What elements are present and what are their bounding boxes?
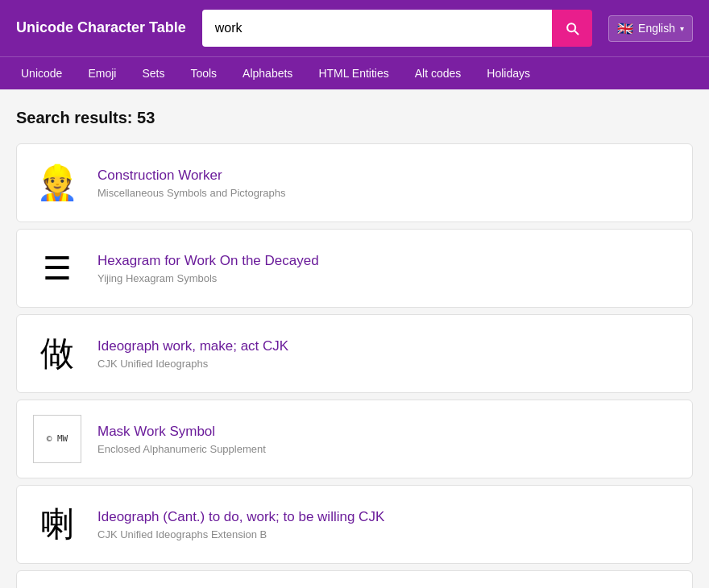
- char-name[interactable]: Mask Work Symbol: [97, 424, 676, 440]
- search-button[interactable]: [552, 10, 592, 47]
- page-header: Unicode Character Table 🇬🇧 English ▾: [0, 0, 709, 56]
- main-content: Search results: 53 👷Construction WorkerM…: [0, 89, 709, 588]
- char-info: Mask Work SymbolEnclosed Alphanumeric Su…: [97, 424, 676, 455]
- char-name[interactable]: Ideograph (Cant.) to do, work; to be wil…: [97, 509, 676, 525]
- language-selector[interactable]: 🇬🇧 English ▾: [608, 15, 693, 42]
- result-card: 👷Construction WorkerMiscellaneous Symbol…: [16, 143, 693, 222]
- char-info: Construction WorkerMiscellaneous Symbols…: [97, 168, 676, 199]
- char-name[interactable]: Hexagram for Work On the Decayed: [97, 253, 676, 269]
- char-name[interactable]: Ideograph work, make; act CJK: [97, 338, 676, 354]
- char-symbol: ☰: [33, 244, 81, 292]
- char-symbol: 做: [33, 329, 81, 378]
- result-card: © MWMask Work SymbolEnclosed Alphanumeri…: [16, 400, 693, 478]
- char-info: Hexagram for Work On the DecayedYijing H…: [97, 253, 676, 284]
- main-nav: UnicodeEmojiSetsToolsAlphabetsHTML Entit…: [0, 56, 709, 89]
- nav-item-html-entities[interactable]: HTML Entities: [305, 57, 401, 89]
- char-info: Ideograph (Cant.) to do, work; to be wil…: [97, 509, 676, 540]
- search-container: [202, 10, 592, 47]
- nav-item-holidays[interactable]: Holidays: [474, 57, 543, 89]
- char-info: Ideograph work, make; act CJKCJK Unified…: [97, 338, 676, 370]
- nav-item-tools[interactable]: Tools: [177, 57, 230, 89]
- char-category: Miscellaneous Symbols and Pictographs: [97, 187, 676, 199]
- result-card: 做Ideograph work, make; act CJKCJK Unifie…: [16, 314, 693, 393]
- char-symbol: 喇: [33, 500, 81, 549]
- char-category: CJK Unified Ideographs Extension B: [97, 528, 676, 540]
- chevron-down-icon: ▾: [680, 24, 684, 33]
- site-title: Unicode Character Table: [16, 19, 186, 37]
- nav-item-sets[interactable]: Sets: [129, 57, 177, 89]
- results-count: Search results: 53: [16, 109, 693, 127]
- nav-item-alphabets[interactable]: Alphabets: [230, 57, 305, 89]
- results-list: 👷Construction WorkerMiscellaneous Symbol…: [16, 143, 693, 588]
- result-card: 蝨Ideograph to wriggle; to work through, …: [16, 570, 693, 588]
- search-input[interactable]: [202, 10, 552, 47]
- char-category: Yijing Hexagram Symbols: [97, 272, 676, 284]
- search-icon: [564, 20, 580, 36]
- flag-icon: 🇬🇧: [617, 21, 633, 36]
- char-symbol: © MW: [33, 415, 81, 463]
- result-card: 喇Ideograph (Cant.) to do, work; to be wi…: [16, 485, 693, 564]
- nav-list: UnicodeEmojiSetsToolsAlphabetsHTML Entit…: [0, 57, 709, 89]
- nav-item-emoji[interactable]: Emoji: [75, 57, 129, 89]
- language-label: English: [638, 22, 675, 35]
- char-category: CJK Unified Ideographs: [97, 358, 676, 370]
- nav-item-unicode[interactable]: Unicode: [8, 57, 75, 89]
- char-name[interactable]: Construction Worker: [97, 168, 676, 184]
- char-category: Enclosed Alphanumeric Supplement: [97, 443, 676, 455]
- char-symbol: 👷: [33, 159, 81, 207]
- nav-item-alt-codes[interactable]: Alt codes: [402, 57, 475, 89]
- result-card: ☰Hexagram for Work On the DecayedYijing …: [16, 229, 693, 308]
